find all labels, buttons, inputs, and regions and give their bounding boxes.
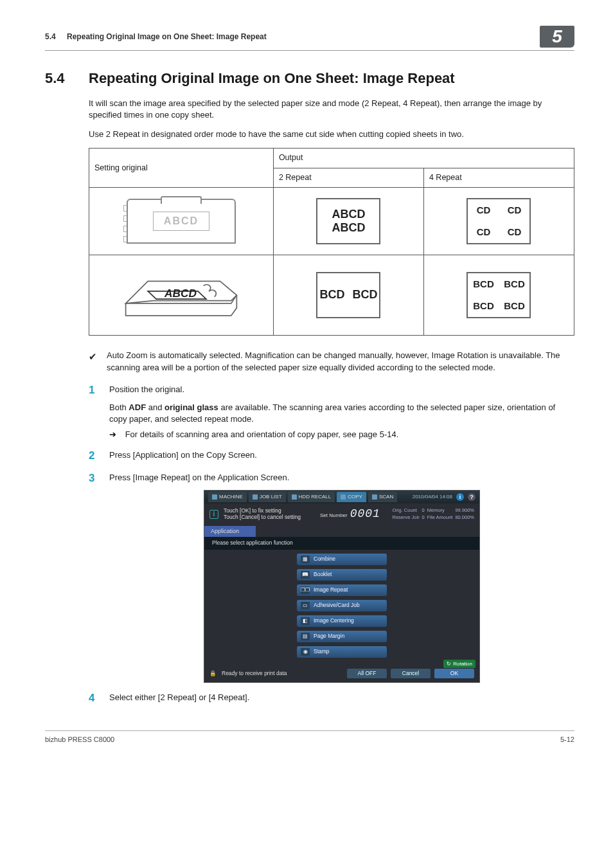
note-text: Auto Zoom is automatically selected. Mag… bbox=[107, 350, 574, 373]
th-2repeat: 2 Repeat bbox=[273, 168, 423, 188]
tab-icon bbox=[212, 494, 217, 500]
step-number: 4 bbox=[89, 692, 98, 705]
output-sheet-2repeat-glass: BCD BCD bbox=[316, 272, 380, 318]
image-repeat-icon: ❐❐ bbox=[301, 586, 310, 594]
section-heading-text: Repeating Original Image on One Sheet: I… bbox=[89, 69, 455, 89]
footer-model: bizhub PRESS C8000 bbox=[45, 735, 114, 745]
tab-icon bbox=[372, 494, 377, 500]
cell-adf-4repeat: CD CD CD CD bbox=[423, 188, 574, 255]
intro-paragraph-1: It will scan the image area specified by… bbox=[89, 98, 574, 121]
step-number: 2 bbox=[89, 449, 98, 462]
step-4-text: Select either [2 Repeat] or [4 Repeat]. bbox=[109, 692, 574, 703]
intro-paragraph-2: Use 2 Repeat in designated order mode to… bbox=[89, 129, 574, 140]
step-1: 1 Position the original. Both ADF and or… bbox=[89, 384, 574, 441]
cell-adf-2repeat: ABCD ABCD bbox=[273, 188, 423, 255]
cell-adf-original: ABCD bbox=[89, 188, 274, 255]
adhesive-icon: ▭ bbox=[301, 602, 310, 610]
stamp-button[interactable]: ◉Stamp bbox=[297, 646, 387, 658]
screen-topbar: MACHINE JOB LIST HDD RECALL COPY SCAN 20… bbox=[204, 491, 479, 503]
output-sheet-4repeat-adf: CD CD CD CD bbox=[466, 198, 531, 244]
stamp-icon: ◉ bbox=[301, 648, 310, 656]
repeat-modes-table: Setting original Output 2 Repeat 4 Repea… bbox=[89, 148, 574, 336]
page-margin-button[interactable]: ▤Page Margin bbox=[297, 631, 387, 642]
application-screen: MACHINE JOB LIST HDD RECALL COPY SCAN 20… bbox=[204, 490, 480, 683]
tab-icon bbox=[253, 494, 258, 500]
table-row-adf: ABCD ABCD ABCD CD CD CD CD bbox=[89, 188, 574, 255]
step-1-crossref: For details of scanning area and orienta… bbox=[109, 429, 574, 440]
set-number: Set Number 0001 bbox=[320, 506, 380, 522]
adhesive-card-button[interactable]: ▭Adhesive/Card Job bbox=[297, 600, 387, 611]
section-title: 5.4 Repeating Original Image on One Shee… bbox=[45, 69, 574, 89]
tab-scan[interactable]: SCAN bbox=[368, 492, 397, 502]
cell-glass-original: ABCD bbox=[89, 255, 274, 336]
th-output: Output bbox=[273, 149, 574, 168]
th-4repeat: 4 Repeat bbox=[423, 168, 574, 188]
page-header: 5.4 Repeating Original Image on One Shee… bbox=[45, 26, 574, 51]
step-3: 3 Press [Image Repeat] on the Applicatio… bbox=[89, 472, 574, 683]
application-buttons-area: ▦Combine 📖Booklet ❐❐Image Repeat ▭Adhesi… bbox=[204, 550, 479, 662]
counters: Orig. Count0 Memory99.900% Reserve Job0 … bbox=[393, 507, 475, 521]
cell-glass-2repeat: BCD BCD bbox=[273, 255, 423, 336]
adf-icon: ABCD bbox=[127, 199, 236, 244]
tab-icon bbox=[292, 494, 297, 500]
booklet-icon: 📖 bbox=[301, 571, 310, 579]
set-number-value: 0001 bbox=[350, 506, 380, 522]
ok-button[interactable]: OK bbox=[434, 669, 474, 678]
lock-icon: 🔒 bbox=[209, 670, 217, 678]
running-head-number: 5.4 bbox=[45, 32, 56, 41]
running-head: 5.4 Repeating Original Image on One Shee… bbox=[45, 32, 267, 42]
datetime: 2010/04/04 14:08 bbox=[413, 493, 452, 500]
running-head-title: Repeating Original Image on One Sheet: I… bbox=[67, 32, 267, 41]
section-number: 5.4 bbox=[45, 69, 89, 89]
output-sheet-4repeat-glass: BCD BCD BCD BCD bbox=[466, 272, 531, 318]
status-message: Touch [OK] to fix setting Touch [Cancel]… bbox=[224, 508, 301, 520]
step-number: 1 bbox=[89, 384, 98, 441]
tab-joblist[interactable]: JOB LIST bbox=[249, 492, 286, 502]
cancel-button[interactable]: Cancel bbox=[391, 669, 431, 678]
combine-icon: ▦ bbox=[301, 556, 310, 563]
info-indicator-icon[interactable]: i bbox=[456, 493, 464, 501]
chapter-badge: 5 bbox=[540, 26, 574, 48]
booklet-button[interactable]: 📖Booklet bbox=[297, 569, 387, 581]
procedure-steps: 1 Position the original. Both ADF and or… bbox=[89, 384, 574, 705]
application-tab[interactable]: Application bbox=[204, 526, 256, 537]
th-setting-original: Setting original bbox=[89, 149, 274, 188]
output-sheet-2repeat-adf: ABCD ABCD bbox=[316, 198, 380, 244]
image-centering-button[interactable]: ◧Image Centering bbox=[297, 615, 387, 627]
step-4: 4 Select either [2 Repeat] or [4 Repeat]… bbox=[89, 692, 574, 705]
combine-button[interactable]: ▦Combine bbox=[297, 554, 387, 565]
step-1-text: Position the original. bbox=[109, 384, 574, 395]
step-2-text: Press [Application] on the Copy Screen. bbox=[109, 449, 574, 461]
info-icon: i bbox=[209, 510, 218, 519]
screen-bottombar: 🔒 Ready to receive print data All OFF Ca… bbox=[204, 666, 479, 682]
margin-icon: ▤ bbox=[301, 633, 310, 640]
adf-sheet-label: ABCD bbox=[153, 212, 209, 231]
original-glass-icon: ABCD bbox=[120, 264, 242, 326]
tab-machine[interactable]: MACHINE bbox=[208, 492, 247, 502]
image-repeat-button[interactable]: ❐❐Image Repeat bbox=[297, 584, 387, 596]
tab-icon bbox=[341, 494, 346, 500]
screen-status-row: i Touch [OK] to fix setting Touch [Cance… bbox=[204, 503, 479, 526]
tab-copy[interactable]: COPY bbox=[337, 492, 366, 502]
ready-status: Ready to receive print data bbox=[222, 670, 287, 678]
tab-hddrecall[interactable]: HDD RECALL bbox=[288, 492, 335, 502]
footer-page: 5-12 bbox=[560, 735, 574, 745]
checkmark-icon: ✔ bbox=[89, 350, 98, 373]
page-footer: bizhub PRESS C8000 5-12 bbox=[45, 730, 574, 745]
cell-glass-4repeat: BCD BCD BCD BCD bbox=[423, 255, 574, 336]
prompt-line: Please select application function bbox=[204, 537, 479, 550]
svg-text:ABCD: ABCD bbox=[164, 287, 197, 300]
step-2: 2 Press [Application] on the Copy Screen… bbox=[89, 449, 574, 462]
note-list: ✔ Auto Zoom is automatically selected. M… bbox=[89, 350, 574, 373]
centering-icon: ◧ bbox=[301, 617, 310, 625]
help-icon[interactable]: ? bbox=[468, 493, 475, 501]
step-1-detail: Both ADF and original glass are availabl… bbox=[109, 402, 574, 425]
step-number: 3 bbox=[89, 472, 98, 683]
step-3-text: Press [Image Repeat] on the Application … bbox=[109, 472, 574, 484]
all-off-button[interactable]: All OFF bbox=[347, 669, 387, 678]
table-row-glass: ABCD BCD BCD BCD BCD BCD bbox=[89, 255, 574, 336]
